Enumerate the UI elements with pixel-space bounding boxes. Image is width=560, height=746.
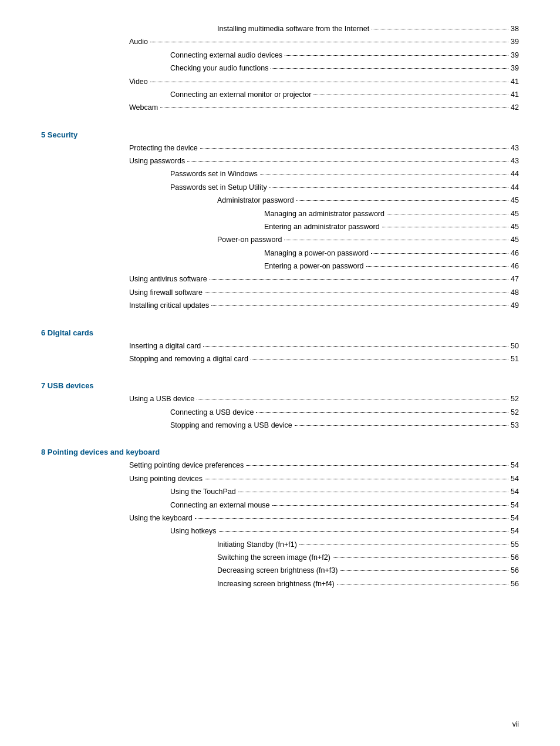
toc-entry: Connecting a USB device52: [41, 407, 519, 418]
entry-page: 45: [511, 195, 519, 206]
entry-page: 51: [511, 354, 519, 365]
entry-dots: [200, 148, 508, 149]
entry-page: 54: [511, 473, 519, 485]
entry-dots: [372, 29, 508, 29]
section-header-digital-cards: 6 Digital cards: [41, 328, 519, 337]
entry-dots: [285, 55, 508, 56]
toc-entry: Using antivirus software47: [41, 274, 519, 285]
toc-entry: Checking your audio functions39: [41, 63, 519, 74]
toc-entry: Using the TouchPad54: [41, 486, 519, 498]
toc-entry: Using the keyboard54: [41, 513, 519, 524]
entry-page: 48: [511, 287, 519, 298]
entry-page: 38: [511, 23, 519, 35]
entry-text: Connecting an external monitor or projec…: [170, 89, 311, 100]
toc-entry: Power-on password45: [41, 234, 519, 246]
entry-text: Using a USB device: [129, 394, 194, 405]
toc-entry: Audio39: [41, 36, 519, 48]
entry-text: Managing an administrator password: [264, 209, 384, 220]
toc-entry: Managing a power-on password46: [41, 248, 519, 259]
toc-entry: Connecting an external monitor or projec…: [41, 89, 519, 100]
entry-dots: [203, 346, 508, 347]
entry-dots: [219, 531, 509, 532]
toc-entry: Using firewall software48: [41, 287, 519, 298]
entry-text: Connecting external audio devices: [170, 50, 282, 61]
toc-entry: Connecting an external mouse54: [41, 500, 519, 511]
toc-entry: Managing an administrator password45: [41, 209, 519, 220]
entry-page: 44: [511, 169, 519, 180]
entry-text: Inserting a digital card: [129, 341, 201, 352]
section-digital-cards: 6 Digital cardsInserting a digital card5…: [41, 328, 519, 365]
entry-page: 49: [511, 300, 519, 311]
entry-text: Passwords set in Setup Utility: [170, 182, 267, 193]
entry-dots: [197, 399, 508, 399]
toc-entry: Entering a power-on password46: [41, 261, 519, 272]
entry-page: 44: [511, 182, 519, 193]
entry-text: Entering an administrator password: [264, 221, 380, 233]
toc-entry: Using hotkeys54: [41, 526, 519, 537]
toc-entry: Protecting the device43: [41, 143, 519, 154]
entry-text: Increasing screen brightness (fn+f4): [217, 579, 335, 590]
entry-page: 41: [511, 89, 519, 100]
entry-text: Connecting a USB device: [170, 407, 254, 418]
toc-entry: Installing multimedia software from the …: [41, 23, 519, 35]
entry-page: 46: [511, 248, 519, 259]
toc-entry: Initiating Standby (fn+f1)55: [41, 539, 519, 550]
entry-page: 56: [511, 579, 519, 590]
entry-dots: [269, 187, 508, 188]
entry-text: Installing critical updates: [129, 300, 209, 311]
entry-dots: [210, 279, 508, 280]
entry-text: Using the TouchPad: [170, 486, 236, 498]
entry-page: 54: [511, 500, 519, 511]
entry-text: Setting pointing device preferences: [129, 460, 244, 471]
entry-text: Passwords set in Windows: [170, 169, 258, 180]
entry-page: 50: [511, 341, 519, 352]
entry-text: Initiating Standby (fn+f1): [217, 539, 297, 550]
toc-entry: Passwords set in Setup Utility44: [41, 182, 519, 193]
toc-entry: Video41: [41, 76, 519, 88]
entry-page: 53: [511, 420, 519, 431]
entry-text: Using firewall software: [129, 287, 203, 298]
entry-dots: [150, 82, 508, 82]
entry-dots: [371, 253, 508, 254]
toc-entry: Stopping and removing a digital card51: [41, 354, 519, 365]
entry-page: 56: [511, 552, 519, 563]
entry-page: 39: [511, 63, 519, 74]
entry-page: 42: [511, 102, 519, 113]
entry-page: 47: [511, 274, 519, 285]
entry-dots: [272, 505, 509, 506]
entry-text: Connecting an external mouse: [170, 500, 270, 511]
entry-text: Using pointing devices: [129, 473, 203, 485]
entry-page: 45: [511, 234, 519, 246]
entry-dots: [205, 293, 508, 293]
entry-page: 39: [511, 50, 519, 61]
entry-dots: [299, 545, 508, 545]
page-footer: vii: [512, 720, 519, 728]
toc-entry: Passwords set in Windows44: [41, 169, 519, 180]
entry-dots: [313, 95, 508, 95]
entry-dots: [387, 214, 508, 214]
toc-entry: Using pointing devices54: [41, 473, 519, 485]
entry-page: 43: [511, 143, 519, 154]
entry-text: Using antivirus software: [129, 274, 207, 285]
toc-entry: Using passwords43: [41, 156, 519, 167]
section-header-pointing-devices: 8 Pointing devices and keyboard: [41, 448, 519, 456]
toc-entry: Installing critical updates49: [41, 300, 519, 311]
entry-text: Power-on password: [217, 234, 282, 246]
section-pointing-devices: 8 Pointing devices and keyboardSetting p…: [41, 448, 519, 590]
entry-page: 56: [511, 565, 519, 576]
section-header-usb-devices: 7 USB devices: [41, 381, 519, 390]
entry-text: Switching the screen image (fn+f2): [217, 552, 330, 563]
entry-page: 52: [511, 407, 519, 418]
entry-text: Decreasing screen brightness (fn+f3): [217, 565, 338, 576]
entry-page: 54: [511, 486, 519, 498]
entry-text: Using hotkeys: [170, 526, 217, 537]
entry-text: Audio: [129, 36, 148, 48]
entry-text: Entering a power-on password: [264, 261, 364, 272]
entry-text: Managing a power-on password: [264, 248, 369, 259]
entry-dots: [150, 42, 508, 42]
entry-dots: [195, 518, 508, 519]
entry-page: 54: [511, 513, 519, 524]
entry-text: Video: [129, 76, 148, 88]
entry-page: 43: [511, 156, 519, 167]
toc-entry: Administrator password45: [41, 195, 519, 206]
